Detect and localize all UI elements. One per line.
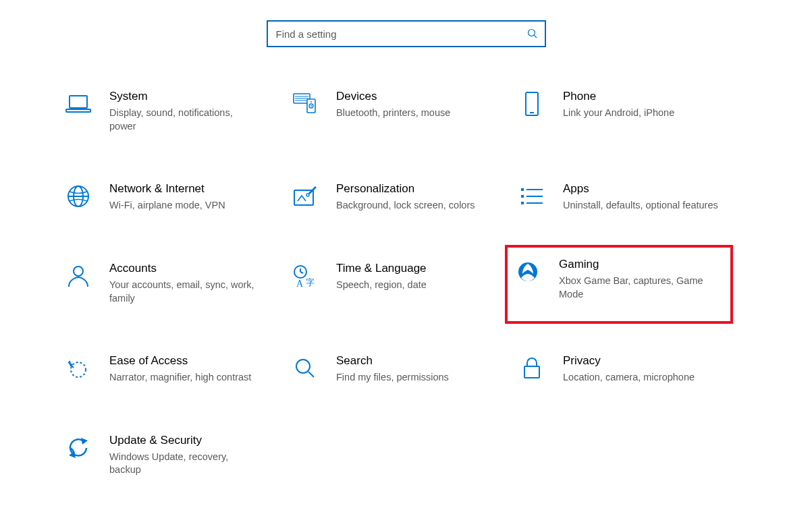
category-title: Time & Language [336, 261, 486, 276]
category-desc: Windows Update, recovery, backup [109, 451, 259, 477]
category-title: Privacy [563, 353, 720, 368]
category-desc: Background, lock screen, colors [336, 199, 486, 213]
category-update-security[interactable]: Update & Security Windows Update, recove… [61, 429, 263, 481]
svg-point-10 [310, 105, 312, 107]
lock-icon [518, 355, 545, 382]
search-category-icon [292, 355, 319, 382]
svg-line-28 [300, 272, 303, 273]
search-box[interactable] [267, 20, 546, 47]
category-desc: Xbox Game Bar, captures, Game Mode [559, 275, 724, 301]
apps-icon [518, 183, 545, 210]
category-desc: Uninstall, defaults, optional features [563, 199, 720, 213]
svg-point-18 [306, 194, 309, 196]
category-title: Personalization [336, 181, 486, 196]
search-container [0, 20, 812, 47]
svg-line-1 [534, 35, 537, 38]
search-input[interactable] [275, 28, 527, 40]
category-title: Search [336, 353, 486, 368]
category-desc: Location, camera, microphone [563, 371, 720, 385]
svg-marker-36 [81, 438, 88, 445]
category-ease-of-access[interactable]: Ease of Access Narrator, magnifier, high… [61, 349, 263, 389]
category-privacy[interactable]: Privacy Location, camera, microphone [514, 349, 724, 389]
svg-rect-2 [70, 96, 87, 108]
globe-icon [65, 183, 92, 210]
ease-of-access-icon [65, 355, 92, 382]
devices-icon [292, 90, 319, 117]
svg-point-32 [71, 362, 86, 377]
svg-line-34 [308, 372, 314, 377]
category-apps[interactable]: Apps Uninstall, defaults, optional featu… [514, 177, 724, 217]
svg-rect-19 [521, 188, 524, 191]
gaming-icon [514, 258, 541, 285]
category-title: Gaming [559, 257, 724, 272]
category-gaming[interactable]: Gaming Xbox Game Bar, captures, Game Mod… [505, 245, 733, 324]
svg-point-11 [310, 101, 312, 103]
svg-point-33 [296, 360, 310, 373]
search-icon [527, 28, 538, 39]
personalization-icon [292, 183, 319, 210]
svg-rect-12 [526, 92, 538, 115]
category-title: Devices [336, 89, 486, 104]
svg-rect-20 [521, 195, 524, 198]
svg-text:A: A [296, 279, 304, 288]
category-desc: Wi-Fi, airplane mode, VPN [109, 199, 259, 213]
svg-point-0 [528, 30, 535, 36]
settings-home: System Display, sound, notifications, po… [0, 0, 812, 510]
svg-rect-35 [524, 366, 539, 378]
phone-icon [518, 90, 545, 117]
category-time-language[interactable]: A 字 Time & Language Speech, region, date [288, 257, 490, 309]
svg-point-25 [74, 266, 83, 276]
category-title: Apps [563, 181, 720, 196]
category-desc: Display, sound, notifications, power [109, 107, 259, 133]
category-title: Update & Security [109, 433, 259, 448]
category-search[interactable]: Search Find my files, permissions [288, 349, 490, 389]
category-title: Ease of Access [109, 353, 259, 368]
laptop-icon [65, 90, 92, 117]
category-phone[interactable]: Phone Link your Android, iPhone [514, 85, 724, 137]
svg-rect-3 [66, 109, 90, 112]
category-personalization[interactable]: Personalization Background, lock screen,… [288, 177, 490, 217]
category-accounts[interactable]: Accounts Your accounts, email, sync, wor… [61, 257, 263, 309]
category-title: Phone [563, 89, 720, 104]
category-network[interactable]: Network & Internet Wi-Fi, airplane mode,… [61, 177, 263, 217]
time-language-icon: A 字 [292, 262, 319, 289]
category-title: Network & Internet [109, 181, 259, 196]
category-desc: Bluetooth, printers, mouse [336, 107, 486, 120]
category-system[interactable]: System Display, sound, notifications, po… [61, 85, 263, 137]
category-devices[interactable]: Devices Bluetooth, printers, mouse [288, 85, 490, 137]
category-desc: Find my files, permissions [336, 371, 486, 385]
category-desc: Speech, region, date [336, 279, 486, 292]
svg-rect-21 [521, 202, 524, 204]
categories-grid: System Display, sound, notifications, po… [0, 85, 812, 481]
update-icon [65, 434, 92, 461]
svg-text:字: 字 [306, 277, 315, 287]
category-title: System [109, 89, 259, 104]
category-desc: Narrator, magnifier, high contrast [109, 371, 259, 385]
category-desc: Your accounts, email, sync, work, family [109, 279, 259, 305]
accounts-icon [65, 262, 92, 289]
category-desc: Link your Android, iPhone [563, 107, 720, 120]
category-title: Accounts [109, 261, 259, 276]
